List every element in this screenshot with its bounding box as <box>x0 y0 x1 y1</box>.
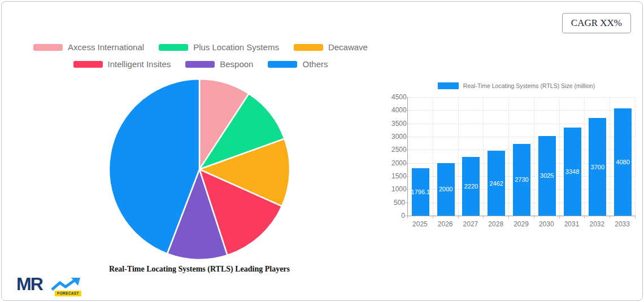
y-axis-label: 2500 <box>391 146 405 153</box>
legend-label: Bespoon <box>220 59 253 69</box>
gridline-v <box>584 97 585 216</box>
y-axis-label: 2000 <box>391 160 405 167</box>
legend-item-plus-location-systems[interactable]: Plus Location Systems <box>159 42 279 52</box>
bar-2032[interactable]: 3700 <box>589 118 606 216</box>
legend-item-bespoon[interactable]: Bespoon <box>185 59 253 69</box>
x-axis-label: 2025 <box>407 220 433 228</box>
x-axis-label: 2029 <box>508 220 534 228</box>
legend-label: Intelligent Insites <box>108 59 171 69</box>
bar-chart: Real-Time Locating Systems (RTLS) Size (… <box>391 82 641 234</box>
bar-value-label: 3025 <box>540 172 554 179</box>
y-axis-tick <box>404 189 407 190</box>
legend-item-decawave[interactable]: Decawave <box>294 42 368 52</box>
gridline-h <box>408 110 636 111</box>
bar-value-label: 2000 <box>439 186 452 192</box>
legend-item-axcess-international[interactable]: Axcess International <box>33 42 144 52</box>
bar-value-label: 2220 <box>464 183 478 190</box>
y-axis-label: 3000 <box>391 133 405 140</box>
legend-label: Axcess International <box>68 42 144 52</box>
x-axis-label: 2032 <box>584 220 610 228</box>
x-axis-tick <box>584 216 585 218</box>
bar-2027[interactable]: 2220 <box>462 157 480 216</box>
gridline-v <box>433 97 433 216</box>
x-axis-label: 2031 <box>559 220 585 228</box>
bar-2033[interactable]: 4080 <box>614 108 632 216</box>
pie-chart-title: Real-Time Locating Systems (RTLS) Leadin… <box>58 265 341 274</box>
legend-label: Plus Location Systems <box>193 42 279 52</box>
legend-label: Decawave <box>328 42 368 52</box>
bar-2028[interactable]: 2462 <box>488 151 505 216</box>
legend-swatch-decawave <box>294 44 323 51</box>
gridline-v <box>458 97 459 216</box>
pie-svg <box>107 77 292 262</box>
bar-2030[interactable]: 3025 <box>538 136 556 216</box>
gridline-h <box>408 97 636 98</box>
logo-mr-text: MR <box>16 274 42 295</box>
bar-2025[interactable]: 1796.1 <box>412 168 429 216</box>
y-axis-label: 4000 <box>391 107 405 113</box>
logo-arrow-icon <box>50 278 82 291</box>
x-axis-label: 2033 <box>610 220 635 228</box>
bar-value-label: 1796.1 <box>411 189 430 195</box>
logo-forecast-text: FORECAST <box>55 291 81 296</box>
y-axis-label: 0 <box>391 212 405 219</box>
legend-swatch-axcess-international <box>33 44 63 51</box>
legend-swatch-plus-location-systems <box>159 44 188 51</box>
legend-swatch-others <box>268 61 297 68</box>
x-axis-tick <box>559 216 560 218</box>
x-axis-tick <box>635 216 636 218</box>
x-axis-tick <box>433 216 433 218</box>
legend-item-intelligent-insites[interactable]: Intelligent Insites <box>73 59 171 69</box>
gridline-v <box>610 97 610 216</box>
y-axis-label: 1500 <box>391 173 405 180</box>
bar-legend-label: Real-Time Locating Systems (RTLS) Size (… <box>463 82 595 89</box>
legend-swatch-intelligent-insites <box>73 61 103 68</box>
bar-value-label: 2462 <box>489 180 503 187</box>
pie-legend: Axcess InternationalPlus Location System… <box>18 42 384 69</box>
x-axis-label: 2028 <box>483 220 508 228</box>
bar-legend-swatch <box>438 82 459 89</box>
y-axis-tick <box>404 137 407 137</box>
cagr-badge: CAGR XX% <box>562 13 631 33</box>
x-axis-label: 2027 <box>458 220 484 228</box>
bar-value-label: 2730 <box>515 176 528 183</box>
bar-value-label: 3348 <box>565 168 579 175</box>
y-axis-tick <box>404 150 407 150</box>
bar-2026[interactable]: 2000 <box>437 163 455 216</box>
bar-value-label: 4080 <box>616 159 629 165</box>
gridline-v <box>508 97 509 216</box>
x-axis-label: 2030 <box>534 220 559 228</box>
bar-2031[interactable]: 3348 <box>564 128 581 216</box>
y-axis-label: 1000 <box>391 186 405 192</box>
y-axis-tick <box>404 124 407 124</box>
y-axis-tick <box>404 163 407 164</box>
x-axis-tick <box>610 216 610 218</box>
y-axis-tick <box>404 110 407 111</box>
y-axis-label: 500 <box>391 199 405 206</box>
y-axis-tick <box>404 203 407 203</box>
y-axis-label: 4500 <box>391 94 405 100</box>
gridline-v <box>559 97 560 216</box>
mr-forecast-logo: MR FORECAST <box>16 276 86 299</box>
x-axis-label: 2026 <box>433 220 458 228</box>
gridline-v <box>534 97 534 216</box>
chart-page: { "cagr_badge": { "label": "CAGR XX%" },… <box>0 0 644 302</box>
bar-value-label: 3700 <box>591 164 604 170</box>
x-axis-tick <box>483 216 484 218</box>
x-axis-tick <box>534 216 534 218</box>
bar-chart-legend[interactable]: Real-Time Locating Systems (RTLS) Size (… <box>391 82 641 89</box>
legend-swatch-bespoon <box>185 61 215 68</box>
pie-chart <box>107 77 292 262</box>
gridline-v <box>635 97 636 216</box>
x-axis-tick <box>458 216 459 218</box>
bar-plot-area: 1796.120002220246227303025334837004080 <box>407 97 636 216</box>
x-axis-tick <box>508 216 509 218</box>
bar-2029[interactable]: 2730 <box>513 144 530 216</box>
legend-item-others[interactable]: Others <box>268 59 328 69</box>
y-axis-tick <box>404 176 407 177</box>
x-axis-tick <box>407 216 408 218</box>
y-axis-label: 3500 <box>391 120 405 127</box>
y-axis-tick <box>404 97 407 98</box>
chart-card: CAGR XX% Axcess InternationalPlus Locati… <box>1 1 643 301</box>
gridline-v <box>483 97 484 216</box>
